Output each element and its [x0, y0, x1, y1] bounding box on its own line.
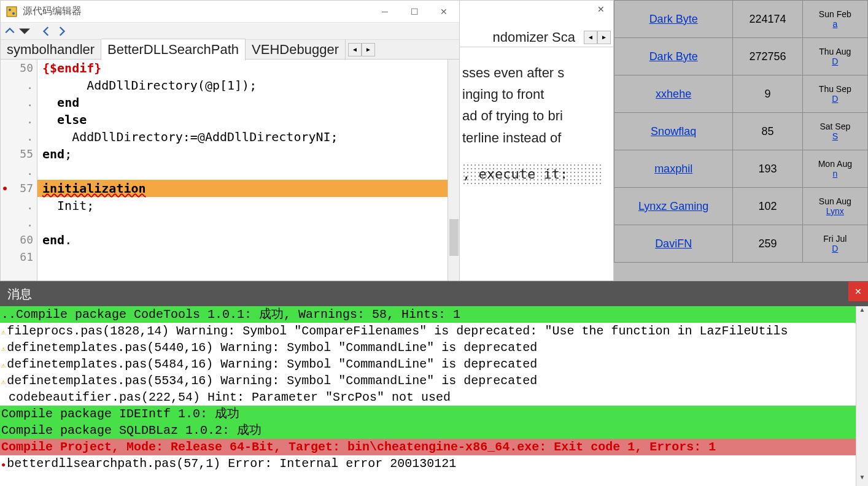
svg-rect-0	[7, 7, 17, 17]
forum-date: Thu AugD	[802, 38, 867, 75]
forum-user-link[interactable]: DaviFN	[655, 237, 692, 250]
forum-count: 102	[733, 188, 802, 225]
editor-scrollbar[interactable]	[448, 60, 460, 280]
side-tab-left[interactable]: ◄	[584, 31, 597, 44]
forum-count: 85	[733, 113, 802, 150]
nav-up-icon[interactable]	[4, 26, 15, 37]
message-line[interactable]: betterdllsearchpath.pas(57,1) Error: Int…	[0, 455, 868, 472]
message-line[interactable]: definetemplates.pas(5440,16) Warning: Sy…	[0, 339, 868, 356]
message-line[interactable]: codebeautifier.pas(222,54) Hint: Paramet…	[0, 389, 868, 406]
side-tab-right[interactable]: ►	[597, 31, 611, 44]
side-window: ✕ ndomizer Sca ◄ ► sses even after s ing…	[459, 0, 614, 281]
forum-count: 272756	[733, 38, 802, 75]
messages-header: 消息 ✕	[0, 282, 868, 306]
forum-user-link[interactable]: maxphil	[654, 163, 692, 175]
message-line[interactable]: Compile package SQLDBLaz 1.0.2: 成功	[0, 422, 868, 439]
svg-point-2	[12, 12, 15, 15]
scroll-down-icon[interactable]: ▼	[856, 474, 868, 486]
table-row: Snowflaq85Sat SepS	[614, 113, 868, 150]
svg-point-1	[9, 9, 11, 11]
table-row: Dark Byte224174Sun Feba	[614, 1, 868, 38]
scroll-up-icon[interactable]: ▲	[856, 306, 868, 318]
message-line[interactable]: definetemplates.pas(5534,16) Warning: Sy…	[0, 372, 868, 389]
messages-scrollbar[interactable]: ▲ ▼	[856, 306, 868, 486]
message-line[interactable]: ..Compile package CodeTools 1.0.1: 成功, W…	[0, 306, 868, 323]
tab-vehdebugger[interactable]: VEHDebugger	[246, 39, 346, 60]
side-tab[interactable]: ndomizer Sca	[486, 27, 581, 48]
forum-user-link[interactable]: Dark Byte	[649, 50, 698, 63]
tab-betterdllsearchpath[interactable]: BetterDLLSearchPath	[101, 39, 246, 61]
table-row: xxhehe9Thu SepD	[614, 75, 868, 113]
table-row: maxphil193Mon Augn	[614, 150, 868, 188]
table-row: Lynxz Gaming102Sun AugLynx	[614, 188, 868, 225]
nav-dropdown-icon[interactable]	[19, 26, 30, 37]
table-row: DaviFN259Fri JulD	[614, 225, 868, 263]
nav-back-icon[interactable]	[41, 26, 52, 37]
messages-body[interactable]: ..Compile package CodeTools 1.0.1: 成功, W…	[0, 306, 868, 472]
titlebar: 源代码编辑器 ─ ☐ ✕	[1, 1, 460, 23]
forum-date: Thu SepD	[802, 75, 867, 113]
tab-scroll-left[interactable]: ◄	[348, 43, 362, 56]
forum-date: Sat SepS	[802, 113, 867, 150]
tab-symbolhandler[interactable]: symbolhandler	[1, 39, 101, 60]
forum-count: 193	[733, 150, 802, 188]
forum-table: Dark Byte224174Sun FebaDark Byte272756Th…	[614, 0, 868, 263]
minimize-button[interactable]: ─	[379, 6, 391, 18]
messages-title: 消息	[7, 286, 32, 303]
side-content: sses even after s inging to front ad of …	[460, 62, 601, 280]
nav-forward-icon[interactable]	[56, 26, 67, 37]
forum-date: Mon Augn	[802, 150, 867, 188]
scroll-thumb[interactable]	[449, 219, 459, 256]
message-line[interactable]: fileprocs.pas(1828,14) Warning: Symbol "…	[0, 323, 868, 339]
ide-window: 源代码编辑器 ─ ☐ ✕ symbolhandler BetterDLLSear…	[0, 0, 460, 281]
forum-user-link[interactable]: Lynxz Gaming	[638, 200, 708, 212]
close-button[interactable]: ✕	[438, 6, 450, 18]
tab-scroll-right[interactable]: ►	[362, 43, 375, 56]
forum-date: Sun AugLynx	[802, 188, 867, 225]
app-icon	[6, 6, 18, 18]
side-close-button[interactable]: ✕	[595, 4, 607, 17]
forum-count: 224174	[733, 1, 802, 38]
table-row: Dark Byte272756Thu AugD	[614, 38, 868, 75]
line-gutter: 50....55.57..6061	[1, 60, 37, 280]
forum-count: 9	[733, 75, 802, 113]
forum-user-link[interactable]: Snowflaq	[651, 125, 696, 137]
forum-user-link[interactable]: xxhehe	[656, 88, 691, 100]
messages-close-button[interactable]: ✕	[848, 282, 868, 301]
message-line[interactable]: Compile package IDEIntf 1.0: 成功	[0, 406, 868, 422]
maximize-button[interactable]: ☐	[408, 6, 420, 18]
editor-tabbar: symbolhandler BetterDLLSearchPath VEHDeb…	[1, 40, 460, 60]
forum-count: 259	[733, 225, 802, 263]
message-line[interactable]: Compile Project, Mode: Release 64-Bit, T…	[0, 439, 868, 455]
forum-date: Sun Feba	[802, 1, 867, 38]
forum-user-link[interactable]: Dark Byte	[649, 13, 698, 25]
message-line[interactable]: definetemplates.pas(5484,16) Warning: Sy…	[0, 356, 868, 372]
messages-panel: 消息 ✕ ..Compile package CodeTools 1.0.1: …	[0, 281, 868, 486]
window-title: 源代码编辑器	[23, 5, 379, 18]
toolbar	[1, 23, 460, 40]
code-editor[interactable]: {$endif} AddDllDirectory(@p[1]); end els…	[37, 60, 448, 280]
forum-date: Fri JulD	[802, 225, 867, 263]
